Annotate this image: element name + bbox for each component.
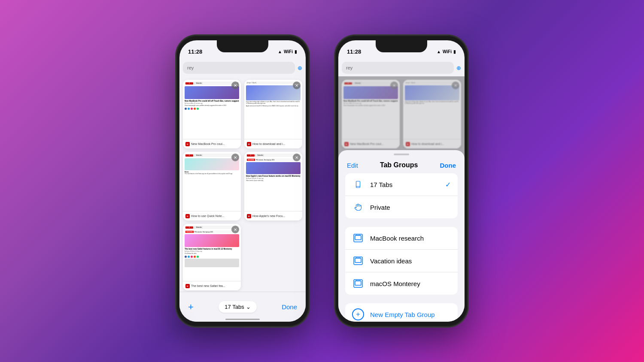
group-item-vacation[interactable]: Vacation ideas [345, 250, 458, 272]
share-btn-right[interactable]: ⊕ [456, 65, 461, 71]
tab-grid-left: tr Subscribe ✕ New MacBook Pro could kil… [179, 76, 306, 292]
group-item-macbook[interactable]: MacBook research [345, 227, 458, 250]
tab-close-r2: ✕ [452, 81, 459, 89]
mini-text-2: If you want cutting-edge software on you… [246, 101, 301, 105]
group-label-private: Private [370, 204, 451, 211]
tab-close-r1: ✕ [390, 81, 398, 89]
mini-web-2: [image: © Apple] If you want cutting-edg… [244, 80, 302, 148]
new-group-section: + New Empty Tab Group + New Tab Group fr… [345, 303, 458, 322]
new-empty-tab-group-item[interactable]: + New Empty Tab Group [345, 303, 458, 322]
tab-img-5b [185, 259, 239, 267]
svg-rect-0 [356, 181, 360, 188]
tab-close-1[interactable]: ✕ [231, 81, 239, 89]
mini-logo-4: tr [247, 154, 255, 157]
custom-groups-list: MacBook research Vacation ideas [345, 227, 458, 295]
tabs-icon-vacation [352, 255, 364, 267]
mini-title-4: How Apple's new Focus feature works on m… [246, 175, 301, 177]
tab-img-3 [185, 158, 239, 170]
tabs-count-left: 17 Tabs [225, 304, 244, 310]
tabs-icon-macbook [352, 232, 364, 244]
address-text-left: rey [187, 65, 194, 70]
group-item-17tabs[interactable]: 17 Tabs ✓ [345, 173, 458, 196]
tab-text-3: How to use Quick Note... [191, 214, 238, 217]
mini-text-3: The new features in the Notes app are al… [185, 173, 239, 175]
notch-right [376, 40, 427, 52]
tab-close-3[interactable]: ✕ [231, 154, 239, 161]
browser-chrome-left: rey ⊕ [179, 59, 306, 76]
time-right: 11:28 [347, 48, 361, 55]
status-icons-right: ▲ WiFi ▮ [437, 49, 456, 54]
plus-icon-empty: + [352, 308, 364, 320]
mini-web-1: tr Subscribe ✕ New MacBook Pro could kil… [183, 80, 241, 148]
mini-text-5: It's all about the tabs [185, 253, 239, 255]
wifi-right: WiFi [443, 49, 452, 54]
mini-social-5 [185, 256, 239, 258]
tab-close-2[interactable]: ✕ [293, 81, 301, 89]
tab-text-5: The best new Safari fea... [191, 284, 238, 287]
mini-title-5: The best new Safari features in macOS 12… [185, 248, 239, 250]
mini-text-4: Take control of your entire day [246, 180, 301, 182]
hand-icon [352, 201, 364, 213]
tab-img-5 [185, 234, 239, 247]
tab-img-2 [246, 85, 301, 100]
done-btn-left[interactable]: Done [282, 303, 297, 311]
phone-screen-left: 11:28 ▲ WiFi ▮ rey ⊕ tr [179, 40, 306, 322]
mini-toolbar-2: [image: © Apple] [246, 81, 301, 84]
mini-toolbar-3: tr Subscribe [185, 154, 239, 157]
tab-groups-title: Tab Groups [380, 161, 418, 169]
tab-icon-5: tr [185, 284, 190, 288]
tab-card-r1: tr Subscribe New MacBook Pro could kill … [342, 80, 400, 148]
mini-byline-1: By Darren Allan 43 minutes ago [185, 103, 239, 104]
tab-card-1[interactable]: tr Subscribe ✕ New MacBook Pro could kil… [183, 80, 241, 148]
notch-left [217, 40, 268, 52]
tab-label-4: tr How Apple's new Focu... [244, 211, 302, 220]
mini-text-2b: Apple announced macOS 12 Monterey at its… [246, 106, 301, 107]
mini-logo-3: tr [185, 154, 193, 157]
tab-card-2[interactable]: [image: © Apple] If you want cutting-edg… [244, 80, 302, 148]
check-icon-17tabs: ✓ [445, 181, 451, 189]
tab-icon-2: tr [247, 142, 251, 146]
done-button-right[interactable]: Done [440, 162, 456, 169]
plus-btn-left[interactable]: + [188, 302, 194, 313]
mini-trending-5: TRENDING PS5 restocks Best laptops 2021 [185, 230, 239, 233]
mini-byline-4: By Bryan M Wolfe 29 days ago [246, 178, 301, 179]
group-label-macos: macOS Monterey [370, 280, 451, 287]
tab-close-5[interactable]: ✕ [231, 226, 239, 233]
tab-label-2: tr How to download and i... [244, 139, 302, 148]
tab-icon-1: tr [185, 142, 190, 146]
tab-label-1: tr New MacBook Pro coul... [183, 139, 241, 148]
tab-card-4[interactable]: tr Subscribe TRENDING PS5 restocks Best … [244, 152, 302, 220]
tab-text-2: How to download and i... [252, 142, 300, 145]
tab-img-4 [246, 162, 301, 174]
mini-web-4: tr Subscribe TRENDING PS5 restocks Best … [244, 152, 302, 220]
tab-label-3: tr How to use Quick Note... [183, 211, 241, 220]
tab-card-5[interactable]: tr Subscribe TRENDING PS5 restocks Best … [183, 224, 241, 290]
tab-groups-panel: Edit Tab Groups Done 17 Tabs ✓ [338, 150, 465, 322]
share-btn-left[interactable]: ⊕ [298, 65, 302, 71]
group-item-private[interactable]: Private [345, 196, 458, 218]
battery-left: ▮ [295, 49, 297, 54]
tab-footer-left: + 17 Tabs ⌄ Done [179, 292, 306, 322]
signal-right: ▲ [437, 49, 441, 54]
tab-grid-inner-left: tr Subscribe ✕ New MacBook Pro could kil… [179, 76, 306, 292]
group-item-macos[interactable]: macOS Monterey [345, 272, 458, 295]
group-label-17tabs: 17 Tabs [370, 181, 439, 188]
separator-2 [338, 295, 465, 298]
svg-rect-13 [355, 281, 361, 285]
address-bar-right[interactable]: rey [342, 62, 454, 74]
phone-icon [352, 178, 364, 190]
tab-card-3[interactable]: tr Subscribe Notes The new features in t… [183, 152, 241, 220]
tabs-dropdown-left[interactable]: 17 Tabs ⌄ [219, 301, 256, 313]
mini-text-1: Some heavyweight rumor peddlers already … [185, 105, 239, 107]
svg-rect-8 [355, 258, 361, 262]
default-groups-list: 17 Tabs ✓ Private [345, 173, 458, 218]
tab-close-4[interactable]: ✕ [293, 154, 301, 161]
chevron-down-icon: ⌄ [246, 304, 251, 310]
address-bar-left[interactable]: rey [183, 62, 295, 74]
mini-toolbar-1: tr Subscribe ✕ [185, 81, 239, 85]
home-indicator-left [225, 319, 260, 320]
wifi-left: WiFi [284, 49, 293, 54]
edit-button[interactable]: Edit [347, 162, 358, 169]
mini-logo-5: tr [185, 226, 193, 229]
battery-right: ▮ [453, 49, 456, 54]
